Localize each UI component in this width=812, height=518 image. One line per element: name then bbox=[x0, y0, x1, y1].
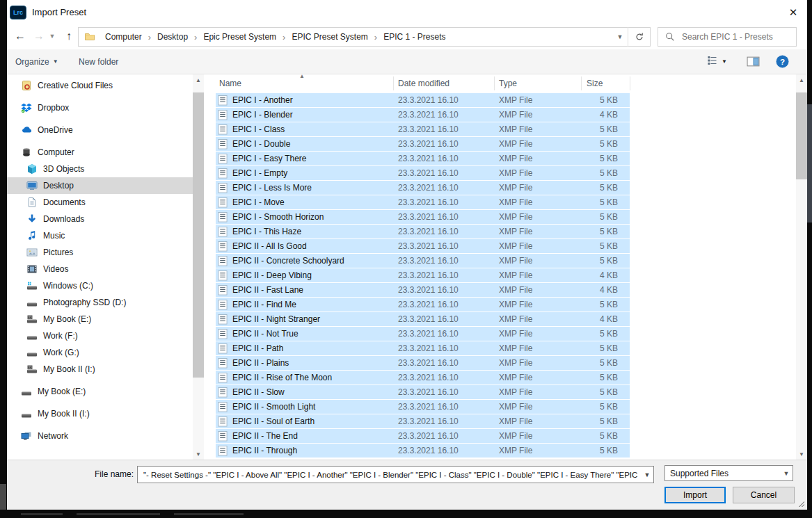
history-chevron-icon[interactable]: ▼ bbox=[47, 26, 58, 46]
sidebar-item-work-g[interactable]: Work (G:) bbox=[7, 344, 193, 361]
file-row[interactable]: EPIC I - Class23.3.2021 16.10XMP File5 K… bbox=[216, 122, 630, 136]
file-row[interactable]: EPIC I - This Haze23.3.2021 16.10XMP Fil… bbox=[216, 225, 630, 238]
file-type: XMP File bbox=[499, 168, 586, 178]
address-dropdown-icon[interactable]: ▼ bbox=[612, 33, 628, 40]
sidebar: Creative Cloud FilesDropboxOneDriveCompu… bbox=[7, 74, 193, 460]
scroll-down-icon[interactable]: ▼ bbox=[796, 448, 807, 460]
file-type: XMP File bbox=[499, 402, 586, 412]
file-type: XMP File bbox=[499, 227, 586, 236]
file-row[interactable]: EPIC II - Plains23.3.2021 16.10XMP File5… bbox=[216, 356, 630, 370]
view-caret-icon: ▼ bbox=[722, 58, 727, 65]
resize-grip[interactable] bbox=[799, 501, 804, 507]
file-name-dropdown-icon[interactable]: ▼ bbox=[641, 471, 653, 478]
file-row[interactable]: EPIC II - Rise of The Moon23.3.2021 16.1… bbox=[216, 371, 630, 385]
file-row[interactable]: EPIC II - Deep Vibing23.3.2021 16.10XMP … bbox=[216, 268, 630, 282]
file-type-select[interactable]: Supported Files ▼ bbox=[664, 465, 793, 481]
file-row[interactable]: EPIC II - Find Me23.3.2021 16.10XMP File… bbox=[216, 298, 630, 311]
sidebar-item-dropbox[interactable]: Dropbox bbox=[7, 99, 193, 116]
sidebar-item-downloads[interactable]: Downloads bbox=[7, 211, 193, 227]
sidebar-item-my-book-e[interactable]: My Book (E:) bbox=[7, 311, 193, 327]
file-row[interactable]: EPIC II - Fast Lane23.3.2021 16.10XMP Fi… bbox=[216, 283, 630, 297]
new-folder-button[interactable]: New folder bbox=[79, 49, 118, 74]
breadcrumb-item[interactable]: EPIC Preset System bbox=[286, 32, 373, 42]
file-name: EPIC II - Deep Vibing bbox=[232, 270, 398, 280]
import-button[interactable]: Import bbox=[664, 487, 726, 503]
column-header-name[interactable]: Name bbox=[219, 79, 241, 88]
file-row[interactable]: EPIC I - Blender23.3.2021 16.10XMP File4… bbox=[216, 108, 630, 122]
sidebar-item-work-f[interactable]: Work (F:) bbox=[7, 327, 193, 344]
sidebar-item-computer[interactable]: Computer bbox=[7, 144, 193, 161]
sidebar-scrollbar[interactable]: ▲ ▼ bbox=[193, 74, 204, 460]
file-row[interactable]: EPIC II - Through23.3.2021 16.10XMP File… bbox=[216, 444, 630, 458]
file-row[interactable]: EPIC II - The End23.3.2021 16.10XMP File… bbox=[216, 429, 630, 443]
file-name: EPIC II - Not True bbox=[232, 329, 398, 339]
change-view-button[interactable]: ▼ bbox=[707, 55, 727, 68]
file-date-modified: 23.3.2021 16.10 bbox=[398, 446, 499, 455]
sidebar-scrollbar-thumb[interactable] bbox=[193, 92, 204, 378]
file-name-input[interactable] bbox=[142, 470, 639, 480]
sidebar-item-photography-ssd-d[interactable]: Photography SSD (D:) bbox=[7, 294, 193, 311]
list-scrollbar-thumb[interactable] bbox=[796, 92, 807, 179]
file-row[interactable]: EPIC II - Night Stranger23.3.2021 16.10X… bbox=[216, 312, 630, 326]
sidebar-item-documents[interactable]: Documents bbox=[7, 194, 193, 211]
column-header-date-modified[interactable]: Date modified bbox=[398, 79, 449, 88]
file-row[interactable]: EPIC I - Move23.3.2021 16.10XMP File5 KB bbox=[216, 195, 630, 209]
cancel-button[interactable]: Cancel bbox=[733, 487, 795, 503]
back-icon[interactable]: ← bbox=[10, 26, 30, 46]
breadcrumb-item[interactable]: Epic Preset System bbox=[198, 32, 282, 42]
column-header-type[interactable]: Type bbox=[499, 79, 517, 88]
file-row[interactable]: EPIC I - Double23.3.2021 16.10XMP File5 … bbox=[216, 137, 630, 151]
file-name: EPIC II - The End bbox=[232, 431, 398, 441]
close-icon[interactable]: ✕ bbox=[785, 5, 802, 20]
file-row[interactable]: EPIC II - All Is Good23.3.2021 16.10XMP … bbox=[216, 239, 630, 253]
sidebar-item-my-book-ii-i[interactable]: My Book II (I:) bbox=[7, 361, 193, 378]
organize-button[interactable]: Organize ▼ bbox=[15, 49, 58, 74]
scroll-up-icon[interactable]: ▲ bbox=[796, 74, 807, 86]
file-type: XMP File bbox=[499, 95, 586, 105]
help-button[interactable]: ? bbox=[776, 55, 789, 70]
sidebar-item-network[interactable]: Network bbox=[7, 428, 193, 444]
refresh-icon[interactable] bbox=[628, 27, 650, 47]
breadcrumb-item[interactable]: EPIC 1 - Presets bbox=[378, 32, 451, 42]
sidebar-item-label: OneDrive bbox=[38, 125, 73, 135]
breadcrumb-item[interactable]: Computer bbox=[99, 32, 148, 42]
sidebar-item-videos[interactable]: Videos bbox=[7, 261, 193, 277]
sidebar-item-creative-cloud-files[interactable]: Creative Cloud Files bbox=[7, 77, 193, 94]
xmp-file-icon bbox=[218, 329, 229, 339]
file-row[interactable]: EPIC II - Not True23.3.2021 16.10XMP Fil… bbox=[216, 327, 630, 341]
preview-pane-button[interactable] bbox=[747, 56, 760, 70]
file-row[interactable]: EPIC II - Path23.3.2021 16.10XMP File5 K… bbox=[216, 341, 630, 355]
sidebar-item-label: Dropbox bbox=[38, 103, 69, 113]
file-row[interactable]: EPIC I - Less Is More23.3.2021 16.10XMP … bbox=[216, 181, 630, 195]
file-row[interactable]: EPIC I - Another23.3.2021 16.10XMP File5… bbox=[216, 93, 630, 107]
column-header-size[interactable]: Size bbox=[587, 79, 603, 88]
file-row[interactable]: EPIC II - Soul of Earth23.3.2021 16.10XM… bbox=[216, 414, 630, 428]
onedrive-icon bbox=[21, 124, 33, 136]
breadcrumb-item[interactable]: Desktop bbox=[152, 32, 193, 42]
file-row[interactable]: EPIC I - Smooth Horizon23.3.2021 16.10XM… bbox=[216, 210, 630, 224]
title-bar: Lrc Import Preset ✕ bbox=[7, 0, 807, 25]
sidebar-item-windows-c[interactable]: Windows (C:) bbox=[7, 277, 193, 294]
file-row[interactable]: EPIC II - Concrete Schoolyard23.3.2021 1… bbox=[216, 254, 630, 268]
sidebar-item-my-book-e[interactable]: My Book (E:) bbox=[7, 383, 193, 400]
scroll-up-icon[interactable]: ▲ bbox=[193, 74, 204, 86]
file-row[interactable]: EPIC II - Slow23.3.2021 16.10XMP File5 K… bbox=[216, 385, 630, 399]
xmp-file-icon bbox=[218, 402, 229, 412]
scroll-down-icon[interactable]: ▼ bbox=[193, 448, 204, 460]
sidebar-item-pictures[interactable]: Pictures bbox=[7, 244, 193, 261]
search-input[interactable] bbox=[680, 31, 796, 42]
sidebar-item-onedrive[interactable]: OneDrive bbox=[7, 122, 193, 138]
sidebar-item-desktop[interactable]: Desktop bbox=[7, 177, 193, 194]
file-row[interactable]: EPIC II - Smooth Light23.3.2021 16.10XMP… bbox=[216, 400, 630, 414]
sidebar-item-my-book-ii-i[interactable]: My Book II (I:) bbox=[7, 405, 193, 422]
list-scrollbar[interactable]: ▲ ▼ bbox=[796, 74, 807, 460]
up-icon[interactable]: ↑ bbox=[60, 26, 78, 46]
address-bar[interactable]: Computer›Desktop›Epic Preset System›EPIC… bbox=[78, 27, 651, 47]
file-row[interactable]: EPIC I - Empty23.3.2021 16.10XMP File5 K… bbox=[216, 166, 630, 180]
file-row[interactable]: EPIC I - Easy There23.3.2021 16.10XMP Fi… bbox=[216, 152, 630, 165]
sidebar-item-label: My Book II (I:) bbox=[38, 409, 90, 419]
sidebar-item-music[interactable]: Music bbox=[7, 227, 193, 244]
sidebar-item-3d-objects[interactable]: 3D Objects bbox=[7, 161, 193, 177]
import-preset-dialog: Lrc Import Preset ✕ ← → ▼ ↑ Computer›Des… bbox=[7, 0, 807, 510]
file-name: EPIC I - Double bbox=[232, 139, 398, 149]
